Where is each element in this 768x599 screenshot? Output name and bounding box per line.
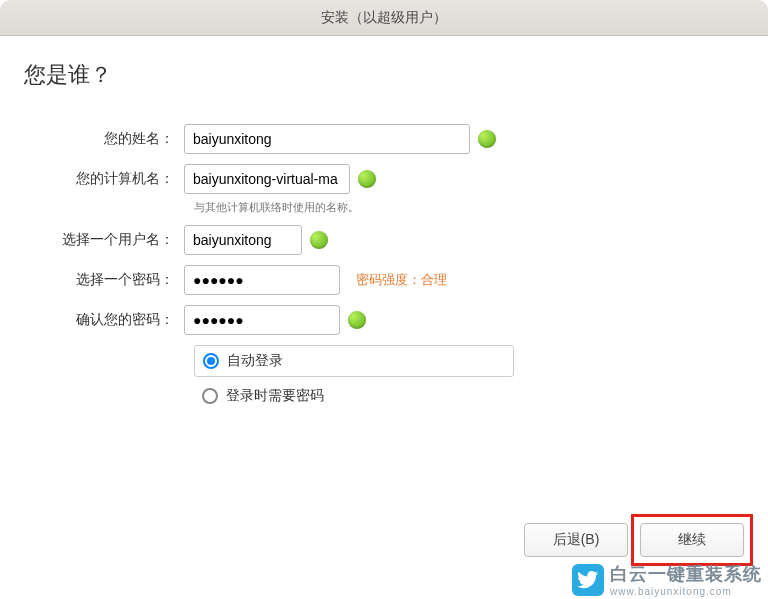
- nav-button-row: 后退(B) 继续: [524, 523, 744, 557]
- label-password: 选择一个密码：: [24, 271, 184, 289]
- confirm-password-input[interactable]: [184, 305, 340, 335]
- status-ok-icon: [310, 231, 328, 249]
- row-computer-helper: 与其他计算机联络时使用的名称。: [24, 200, 744, 215]
- name-input[interactable]: [184, 124, 470, 154]
- radio-require-password[interactable]: 登录时需要密码: [194, 381, 744, 411]
- login-options-group-2: 登录时需要密码: [194, 381, 744, 411]
- row-password: 选择一个密码： 密码强度：合理: [24, 265, 744, 295]
- username-input[interactable]: [184, 225, 302, 255]
- watermark-url: www.baiyunxitong.com: [610, 586, 762, 597]
- status-ok-icon: [358, 170, 376, 188]
- row-confirm: 确认您的密码：: [24, 305, 744, 335]
- label-computer: 您的计算机名：: [24, 170, 184, 188]
- back-button[interactable]: 后退(B): [524, 523, 628, 557]
- radio-selected-icon: [203, 353, 219, 369]
- status-ok-icon: [348, 311, 366, 329]
- window-title: 安装（以超级用户）: [321, 9, 447, 27]
- window-titlebar: 安装（以超级用户）: [0, 0, 768, 36]
- computer-name-input[interactable]: [184, 164, 350, 194]
- bird-icon: [572, 564, 604, 596]
- label-confirm: 确认您的密码：: [24, 311, 184, 329]
- installer-content: 您是谁？ 您的姓名： 您的计算机名： 与其他计算机联络时使用的名称。 选择一个用…: [0, 36, 768, 411]
- continue-button[interactable]: 继续: [640, 523, 744, 557]
- row-username: 选择一个用户名：: [24, 225, 744, 255]
- watermark-brand: 白云一键重装系统: [610, 562, 762, 586]
- status-ok-icon: [478, 130, 496, 148]
- password-input[interactable]: [184, 265, 340, 295]
- password-strength: 密码强度：合理: [356, 271, 447, 289]
- page-title: 您是谁？: [24, 60, 744, 90]
- radio-auto-label: 自动登录: [227, 352, 283, 370]
- label-username: 选择一个用户名：: [24, 231, 184, 249]
- radio-unselected-icon: [202, 388, 218, 404]
- row-name: 您的姓名：: [24, 124, 744, 154]
- watermark: 白云一键重装系统 www.baiyunxitong.com: [572, 562, 762, 597]
- row-computer: 您的计算机名：: [24, 164, 744, 194]
- label-name: 您的姓名：: [24, 130, 184, 148]
- login-options-group: 自动登录: [194, 345, 514, 377]
- radio-require-label: 登录时需要密码: [226, 387, 324, 405]
- radio-auto-login[interactable]: 自动登录: [195, 346, 513, 376]
- computer-helper-text: 与其他计算机联络时使用的名称。: [194, 200, 359, 215]
